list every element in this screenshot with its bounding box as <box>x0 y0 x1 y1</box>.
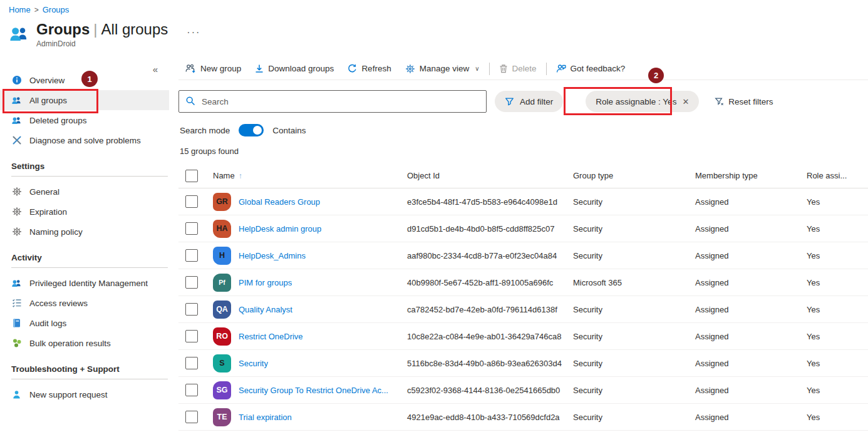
group-name-link[interactable]: Quality Analyst <box>239 305 292 314</box>
page-title: Groups|All groups AdminDroid <box>36 21 168 48</box>
active-filter-pill[interactable]: Role assignable : Yes ✕ <box>586 91 699 112</box>
group-name-link[interactable]: Global Readers Group <box>239 197 320 207</box>
sidebar-item-pim[interactable]: Privileged Identity Management <box>0 273 169 293</box>
group-type-cell: Security <box>573 413 695 422</box>
sidebar-item-general[interactable]: General <box>0 182 169 202</box>
section-divider <box>11 379 168 379</box>
membership-type-cell: Assigned <box>695 251 807 260</box>
main-content: New group Download groups Refresh <box>178 58 868 431</box>
role-assignable-cell: Yes <box>807 278 868 287</box>
person-icon <box>11 389 22 400</box>
trash-icon <box>499 64 508 73</box>
row-checkbox[interactable] <box>185 303 198 316</box>
group-name-link[interactable]: Security <box>239 359 268 368</box>
sidebar-item-label: Audit logs <box>29 319 66 328</box>
sidebar-item-overview[interactable]: Overview <box>0 70 169 90</box>
object-id-cell: 10c8e22a-c084-4e9e-ab01-36429a746ca8 <box>407 332 573 341</box>
remove-filter-icon[interactable]: ✕ <box>682 97 689 106</box>
breadcrumb-groups-link[interactable]: Groups <box>43 5 70 14</box>
object-id-cell: aaf980bc-2334-4cd8-b77a-e0f23ec04a84 <box>407 251 573 260</box>
group-name-link[interactable]: Trial expiration <box>239 413 292 422</box>
object-id-cell: c5923f02-9368-4144-8136-0e2541665db0 <box>407 386 573 395</box>
sidebar-collapse-icon[interactable]: « <box>153 64 158 75</box>
sidebar-item-label: Naming policy <box>29 227 83 237</box>
row-checkbox[interactable] <box>185 357 198 369</box>
sidebar-item-all-groups[interactable]: All groups <box>0 90 169 110</box>
sidebar-item-diagnose[interactable]: Diagnose and solve problems <box>0 130 169 150</box>
button-label: Reset filters <box>728 97 773 106</box>
membership-type-cell: Assigned <box>695 332 807 341</box>
table-row: GR Global Readers Group e3fce5b4-48f1-47… <box>178 188 868 215</box>
manage-view-button[interactable]: Manage view ∨ <box>398 58 487 80</box>
group-avatar: RO <box>213 327 231 346</box>
column-header-membership-type[interactable]: Membership type <box>695 171 807 180</box>
row-checkbox[interactable] <box>185 411 198 423</box>
sidebar: « Overview All groups Deleted groups Dia… <box>0 60 169 442</box>
group-type-cell: Security <box>573 224 695 234</box>
sidebar-item-deleted-groups[interactable]: Deleted groups <box>0 110 169 130</box>
row-checkbox[interactable] <box>185 195 198 208</box>
toolbar-divider <box>489 63 490 75</box>
group-name-link[interactable]: PIM for groups <box>239 278 292 287</box>
group-avatar: HA <box>213 220 231 238</box>
row-checkbox[interactable] <box>185 330 198 342</box>
sidebar-item-audit-logs[interactable]: Audit logs <box>0 313 169 333</box>
group-avatar: GR <box>213 193 231 211</box>
reset-filters-button[interactable]: Reset filters <box>715 97 773 106</box>
got-feedback-button[interactable]: Got feedback? <box>549 58 633 80</box>
search-input[interactable] <box>178 90 487 113</box>
new-group-button[interactable]: New group <box>178 58 248 80</box>
column-header-role-assignable[interactable]: Role assi... <box>807 171 868 180</box>
sidebar-item-label: Bulk operation results <box>29 339 111 348</box>
section-divider <box>11 176 168 177</box>
page-header: Groups|All groups AdminDroid ··· <box>9 21 200 48</box>
add-filter-button[interactable]: Add filter <box>495 91 563 112</box>
group-name-link[interactable]: HelpDesk admin group <box>239 224 321 234</box>
refresh-button[interactable]: Refresh <box>341 58 398 80</box>
row-checkbox[interactable] <box>185 222 198 235</box>
download-groups-button[interactable]: Download groups <box>248 58 341 80</box>
breadcrumb-home-link[interactable]: Home <box>9 5 31 14</box>
button-label: Delete <box>512 64 537 73</box>
sidebar-item-naming-policy[interactable]: Naming policy <box>0 222 169 242</box>
table-row: S Security 5116bc8e-83d4-49b0-a86b-93ea6… <box>178 350 868 377</box>
sidebar-item-access-reviews[interactable]: Access reviews <box>0 293 169 313</box>
chevron-down-icon: ∨ <box>475 65 479 72</box>
row-checkbox[interactable] <box>185 384 198 396</box>
search-mode-row: Search mode Contains <box>178 124 868 136</box>
cluster-icon <box>11 338 22 349</box>
membership-type-cell: Assigned <box>695 278 807 287</box>
sidebar-item-label: All groups <box>29 96 67 105</box>
filter-funnel-icon <box>505 97 514 106</box>
sidebar-section-settings: Settings <box>0 162 169 171</box>
sidebar-item-label: Diagnose and solve problems <box>29 136 141 145</box>
sidebar-item-label: New support request <box>29 390 108 399</box>
column-header-name[interactable]: Name↑ <box>213 171 407 180</box>
more-options-icon[interactable]: ··· <box>187 27 200 38</box>
group-name-link[interactable]: HelpDesk_Admins <box>239 251 306 260</box>
group-type-cell: Microsoft 365 <box>573 278 695 287</box>
sidebar-item-expiration[interactable]: Expiration <box>0 202 169 222</box>
search-mode-toggle[interactable] <box>239 124 264 136</box>
filter-row: Add filter Role assignable : Yes ✕ Reset… <box>178 90 868 113</box>
group-name-link[interactable]: Security Group To Restrict OneDrive Ac..… <box>239 386 388 395</box>
sidebar-item-new-support-request[interactable]: New support request <box>0 384 169 404</box>
sort-ascending-icon: ↑ <box>239 172 242 180</box>
object-id-cell: ca782452-bd7e-42eb-a0fd-796114d6138f <box>407 305 573 314</box>
group-type-cell: Security <box>573 332 695 341</box>
group-avatar: SG <box>213 381 231 399</box>
column-header-object-id[interactable]: Object Id <box>407 171 573 180</box>
groups-icon <box>9 26 29 42</box>
select-all-checkbox[interactable] <box>185 170 198 182</box>
group-type-cell: Security <box>573 197 695 207</box>
row-checkbox[interactable] <box>185 249 198 262</box>
column-header-group-type[interactable]: Group type <box>573 171 695 180</box>
sidebar-item-bulk-results[interactable]: Bulk operation results <box>0 333 169 353</box>
delete-button[interactable]: Delete <box>492 58 544 80</box>
row-checkbox[interactable] <box>185 276 198 289</box>
table-row: HA HelpDesk admin group d91cd5b1-de4b-4b… <box>178 215 868 242</box>
membership-type-cell: Assigned <box>695 197 807 207</box>
sidebar-item-label: Deleted groups <box>29 116 87 125</box>
group-name-link[interactable]: Restrict OneDrive <box>239 332 303 341</box>
group-avatar: Pf <box>213 274 231 292</box>
